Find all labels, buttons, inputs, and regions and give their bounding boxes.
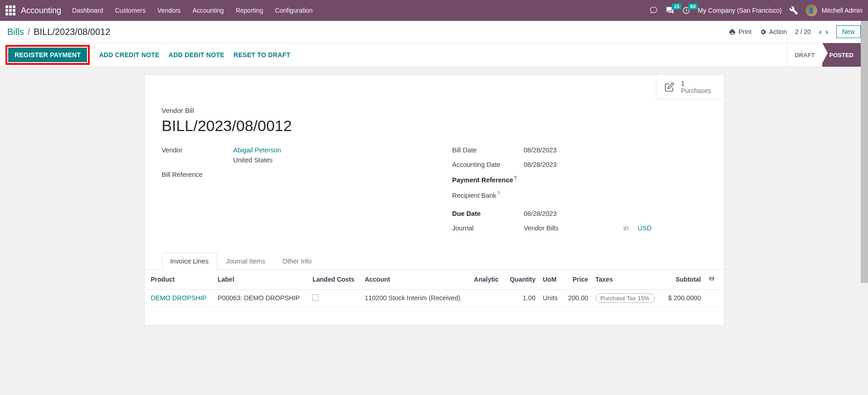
breadcrumb-separator: / <box>28 27 30 37</box>
navbar: Accounting Dashboard Customers Vendors A… <box>0 0 868 21</box>
pager[interactable]: 2 / 20 <box>795 28 811 35</box>
company-selector[interactable]: My Company (San Francisco) <box>698 7 782 14</box>
th-label[interactable]: Label <box>214 270 309 290</box>
register-payment-button[interactable]: REGISTER PAYMENT <box>8 48 87 62</box>
phone-icon[interactable] <box>649 6 658 15</box>
label-due-date: Due Date <box>452 210 524 217</box>
print-button[interactable]: Print <box>729 28 752 35</box>
messages-badge: 15 <box>672 3 682 10</box>
cell-uom[interactable]: Units <box>539 289 563 307</box>
table-row[interactable]: DEMO DROPSHIP P00063: DEMO DROPSHIP 1102… <box>147 289 720 307</box>
pager-next[interactable]: › <box>825 27 828 37</box>
help-icon[interactable]: ? <box>514 176 517 180</box>
invoice-lines-table: Product Label Landed Costs Account Analy… <box>147 270 720 307</box>
th-account[interactable]: Account <box>361 270 470 290</box>
gear-icon <box>760 29 766 35</box>
value-bill-date[interactable]: 08/28/2023 <box>524 146 557 154</box>
cell-label[interactable]: P00063: DEMO DROPSHIP <box>214 289 309 307</box>
add-debit-note-button[interactable]: ADD DEBIT NOTE <box>169 51 224 59</box>
label-in: in <box>624 224 629 232</box>
cell-landed[interactable] <box>309 289 361 307</box>
highlight-rectangle: REGISTER PAYMENT <box>5 45 90 65</box>
nav-menu: Dashboard Customers Vendors Accounting R… <box>72 7 649 14</box>
label-accounting-date: Accounting Date <box>452 161 524 168</box>
th-subtotal[interactable]: Subtotal <box>662 270 705 290</box>
vendor-country: United States <box>233 156 281 164</box>
label-bill-date: Bill Date <box>452 146 524 154</box>
cell-analytic[interactable] <box>470 289 504 307</box>
new-button[interactable]: New <box>836 25 861 38</box>
breadcrumb-root[interactable]: Bills <box>7 27 24 37</box>
nav-reporting[interactable]: Reporting <box>236 7 263 14</box>
user-menu[interactable]: Mitchell Admin <box>822 7 863 14</box>
label-recipient-bank: Recipient Bank? <box>452 191 524 199</box>
th-settings[interactable] <box>704 270 720 290</box>
currency-link[interactable]: USD <box>638 224 652 232</box>
nav-customers[interactable]: Customers <box>115 7 146 14</box>
nav-dashboard[interactable]: Dashboard <box>72 7 103 14</box>
purchases-stat-button[interactable]: 1 Purchases <box>656 75 723 99</box>
tax-pill[interactable]: Purchase Tax 15% <box>596 293 655 303</box>
tab-invoice-lines[interactable]: Invoice Lines <box>162 253 218 270</box>
nav-right: 15 60 My Company (San Francisco) 👤 Mitch… <box>649 5 863 16</box>
th-uom[interactable]: UoM <box>539 270 563 290</box>
cell-qty[interactable]: 1.00 <box>504 289 539 307</box>
status-posted[interactable]: POSTED <box>822 43 861 67</box>
tab-journal-items[interactable]: Journal Items <box>217 253 274 269</box>
tab-other-info[interactable]: Other Info <box>274 253 320 269</box>
vendor-link[interactable]: Abigail Peterson <box>233 146 281 154</box>
nav-vendors[interactable]: Vendors <box>157 7 180 14</box>
avatar[interactable]: 👤 <box>805 5 817 16</box>
tabs: Invoice Lines Journal Items Other Info <box>145 253 724 270</box>
activities-icon[interactable]: 60 <box>682 6 691 15</box>
debug-icon[interactable] <box>789 6 798 15</box>
th-price[interactable]: Price <box>563 270 592 290</box>
label-bill-reference: Bill Reference <box>162 171 233 178</box>
messages-icon[interactable]: 15 <box>665 6 674 15</box>
app-brand[interactable]: Accounting <box>21 6 61 15</box>
nav-accounting[interactable]: Accounting <box>193 7 224 14</box>
breadcrumb: Bills / BILL/2023/08/0012 <box>7 27 110 37</box>
stat-count: 1 <box>681 79 711 87</box>
cell-product[interactable]: DEMO DROPSHIP <box>151 294 207 302</box>
th-analytic[interactable]: Analytic <box>470 270 504 290</box>
help-icon[interactable]: ? <box>497 191 500 196</box>
breadcrumb-current: BILL/2023/08/0012 <box>34 27 110 37</box>
scrollbar[interactable] <box>861 21 868 326</box>
add-credit-note-button[interactable]: ADD CREDIT NOTE <box>99 51 160 59</box>
status-draft[interactable]: DRAFT <box>787 43 822 67</box>
th-quantity[interactable]: Quantity <box>504 270 539 290</box>
cell-account[interactable]: 110200 Stock Interim (Received) <box>361 289 470 307</box>
activities-badge: 60 <box>688 3 698 10</box>
pager-prev[interactable]: ‹ <box>819 27 822 37</box>
nav-configuration[interactable]: Configuration <box>275 7 313 14</box>
th-product[interactable]: Product <box>147 270 214 290</box>
label-journal: Journal <box>452 224 524 232</box>
cell-price[interactable]: 200.00 <box>563 289 592 307</box>
value-journal[interactable]: Vendor Bills <box>524 224 615 232</box>
label-vendor: Vendor <box>162 146 233 154</box>
cell-subtotal: $ 200.0000 <box>662 289 705 307</box>
th-landed[interactable]: Landed Costs <box>309 270 361 290</box>
edit-icon <box>664 82 674 92</box>
apps-icon[interactable] <box>5 5 15 15</box>
value-accounting-date[interactable]: 08/28/2023 <box>524 161 557 168</box>
stat-label: Purchases <box>681 87 711 94</box>
scroll-thumb[interactable] <box>861 21 868 283</box>
checkbox-icon[interactable] <box>312 294 319 301</box>
control-panel: Bills / BILL/2023/08/0012 Print Action 2… <box>0 21 868 67</box>
heading-small: Vendor Bill <box>162 107 707 114</box>
form-sheet: 1 Purchases Vendor Bill BILL/2023/08/001… <box>144 74 724 326</box>
status-bar: DRAFT POSTED <box>787 43 861 67</box>
action-button[interactable]: Action <box>760 28 787 35</box>
bill-title: BILL/2023/08/0012 <box>162 117 707 135</box>
printer-icon <box>729 29 736 35</box>
th-taxes[interactable]: Taxes <box>592 270 662 290</box>
reset-to-draft-button[interactable]: RESET TO DRAFT <box>233 51 290 59</box>
value-due-date[interactable]: 08/28/2023 <box>524 210 557 217</box>
cell-tax[interactable]: Purchase Tax 15% <box>592 289 662 307</box>
label-payment-reference: Payment Reference? <box>452 176 524 184</box>
